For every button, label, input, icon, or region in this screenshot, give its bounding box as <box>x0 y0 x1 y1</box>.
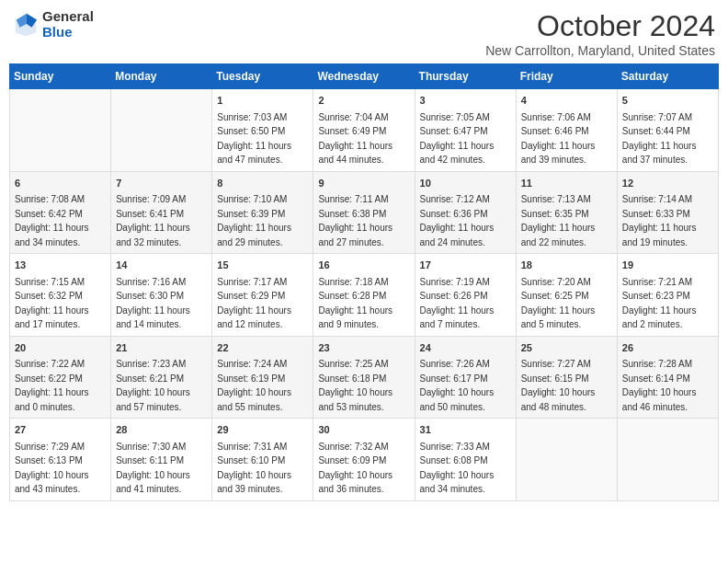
calendar-cell <box>111 89 212 172</box>
day-of-week-header: Monday <box>111 64 212 89</box>
cell-content: Sunrise: 7:28 AMSunset: 6:14 PMDaylight:… <box>622 357 713 414</box>
cell-content: Sunrise: 7:32 AMSunset: 6:09 PMDaylight:… <box>318 440 409 497</box>
day-number: 9 <box>318 176 409 191</box>
day-number: 24 <box>420 340 511 356</box>
location: New Carrollton, Maryland, United States <box>485 43 715 58</box>
day-number: 31 <box>420 422 511 438</box>
day-number: 14 <box>116 258 207 273</box>
cell-content: Sunrise: 7:20 AMSunset: 6:25 PMDaylight:… <box>521 275 612 332</box>
cell-content: Sunrise: 7:21 AMSunset: 6:23 PMDaylight:… <box>622 275 713 332</box>
day-number: 20 <box>15 340 106 356</box>
cell-content: Sunrise: 7:31 AMSunset: 6:10 PMDaylight:… <box>217 440 308 497</box>
calendar-cell: 30Sunrise: 7:32 AMSunset: 6:09 PMDayligh… <box>313 419 415 501</box>
day-number: 4 <box>521 93 612 109</box>
day-number: 1 <box>217 93 308 109</box>
day-of-week-header: Tuesday <box>212 64 313 89</box>
day-of-week-header: Friday <box>516 64 617 89</box>
calendar-cell: 31Sunrise: 7:33 AMSunset: 6:08 PMDayligh… <box>415 419 516 501</box>
calendar-cell: 11Sunrise: 7:13 AMSunset: 6:35 PMDayligh… <box>516 171 617 254</box>
calendar-cell: 7Sunrise: 7:09 AMSunset: 6:41 PMDaylight… <box>111 171 212 254</box>
calendar-cell: 23Sunrise: 7:25 AMSunset: 6:18 PMDayligh… <box>313 336 415 419</box>
day-number: 2 <box>318 93 409 109</box>
calendar-cell: 17Sunrise: 7:19 AMSunset: 6:26 PMDayligh… <box>415 254 516 337</box>
cell-content: Sunrise: 7:10 AMSunset: 6:39 PMDaylight:… <box>217 192 308 249</box>
day-number: 15 <box>217 258 308 273</box>
calendar-cell: 26Sunrise: 7:28 AMSunset: 6:14 PMDayligh… <box>617 336 718 419</box>
day-number: 5 <box>622 93 713 109</box>
calendar-cell <box>617 419 718 501</box>
cell-content: Sunrise: 7:22 AMSunset: 6:22 PMDaylight:… <box>15 357 106 414</box>
day-number: 7 <box>116 176 207 191</box>
cell-content: Sunrise: 7:19 AMSunset: 6:26 PMDaylight:… <box>420 275 511 332</box>
day-number: 25 <box>521 340 612 356</box>
cell-content: Sunrise: 7:04 AMSunset: 6:49 PMDaylight:… <box>318 110 409 167</box>
cell-content: Sunrise: 7:12 AMSunset: 6:36 PMDaylight:… <box>420 192 511 249</box>
calendar-cell: 22Sunrise: 7:24 AMSunset: 6:19 PMDayligh… <box>212 336 313 419</box>
month-title: October 2024 <box>485 9 715 43</box>
logo-blue: Blue <box>42 25 94 40</box>
calendar-header-row: SundayMondayTuesdayWednesdayThursdayFrid… <box>10 64 719 89</box>
calendar-cell: 24Sunrise: 7:26 AMSunset: 6:17 PMDayligh… <box>415 336 516 419</box>
day-number: 16 <box>318 258 409 273</box>
day-number: 26 <box>622 340 713 356</box>
day-number: 18 <box>521 258 612 273</box>
calendar-cell: 12Sunrise: 7:14 AMSunset: 6:33 PMDayligh… <box>617 171 718 254</box>
logo: General Blue <box>13 9 94 40</box>
day-number: 6 <box>15 176 106 191</box>
cell-content: Sunrise: 7:29 AMSunset: 6:13 PMDaylight:… <box>15 440 106 497</box>
cell-content: Sunrise: 7:25 AMSunset: 6:18 PMDaylight:… <box>318 357 409 414</box>
day-number: 29 <box>217 422 308 438</box>
calendar-cell: 10Sunrise: 7:12 AMSunset: 6:36 PMDayligh… <box>415 171 516 254</box>
calendar-cell: 19Sunrise: 7:21 AMSunset: 6:23 PMDayligh… <box>617 254 718 337</box>
cell-content: Sunrise: 7:18 AMSunset: 6:28 PMDaylight:… <box>318 275 409 332</box>
calendar-week-row: 20Sunrise: 7:22 AMSunset: 6:22 PMDayligh… <box>10 336 719 419</box>
cell-content: Sunrise: 7:27 AMSunset: 6:15 PMDaylight:… <box>521 357 612 414</box>
calendar-cell: 3Sunrise: 7:05 AMSunset: 6:47 PMDaylight… <box>415 89 516 172</box>
day-number: 3 <box>420 93 511 109</box>
day-number: 8 <box>217 176 308 191</box>
cell-content: Sunrise: 7:23 AMSunset: 6:21 PMDaylight:… <box>116 357 207 414</box>
page-header: General Blue October 2024 New Carrollton… <box>9 9 719 58</box>
day-of-week-header: Sunday <box>10 64 111 89</box>
cell-content: Sunrise: 7:13 AMSunset: 6:35 PMDaylight:… <box>521 192 612 249</box>
cell-content: Sunrise: 7:26 AMSunset: 6:17 PMDaylight:… <box>420 357 511 414</box>
calendar-cell: 1Sunrise: 7:03 AMSunset: 6:50 PMDaylight… <box>212 89 313 172</box>
calendar-week-row: 6Sunrise: 7:08 AMSunset: 6:42 PMDaylight… <box>10 171 719 254</box>
calendar-cell: 25Sunrise: 7:27 AMSunset: 6:15 PMDayligh… <box>516 336 617 419</box>
cell-content: Sunrise: 7:11 AMSunset: 6:38 PMDaylight:… <box>318 192 409 249</box>
cell-content: Sunrise: 7:24 AMSunset: 6:19 PMDaylight:… <box>217 357 308 414</box>
calendar-cell: 21Sunrise: 7:23 AMSunset: 6:21 PMDayligh… <box>111 336 212 419</box>
day-number: 28 <box>116 422 207 438</box>
calendar-cell: 29Sunrise: 7:31 AMSunset: 6:10 PMDayligh… <box>212 419 313 501</box>
calendar-cell: 14Sunrise: 7:16 AMSunset: 6:30 PMDayligh… <box>111 254 212 337</box>
calendar-week-row: 27Sunrise: 7:29 AMSunset: 6:13 PMDayligh… <box>10 419 719 501</box>
cell-content: Sunrise: 7:09 AMSunset: 6:41 PMDaylight:… <box>116 192 207 249</box>
day-of-week-header: Thursday <box>415 64 516 89</box>
day-number: 13 <box>15 258 106 273</box>
calendar-cell: 5Sunrise: 7:07 AMSunset: 6:44 PMDaylight… <box>617 89 718 172</box>
day-number: 17 <box>420 258 511 273</box>
day-number: 22 <box>217 340 308 356</box>
calendar-cell: 27Sunrise: 7:29 AMSunset: 6:13 PMDayligh… <box>10 419 111 501</box>
calendar-cell: 2Sunrise: 7:04 AMSunset: 6:49 PMDaylight… <box>313 89 415 172</box>
day-number: 12 <box>622 176 713 191</box>
logo-text: General Blue <box>42 9 94 40</box>
calendar-table: SundayMondayTuesdayWednesdayThursdayFrid… <box>9 63 719 501</box>
calendar-cell: 18Sunrise: 7:20 AMSunset: 6:25 PMDayligh… <box>516 254 617 337</box>
calendar-cell: 16Sunrise: 7:18 AMSunset: 6:28 PMDayligh… <box>313 254 415 337</box>
cell-content: Sunrise: 7:33 AMSunset: 6:08 PMDaylight:… <box>420 440 511 497</box>
day-number: 27 <box>15 422 106 438</box>
day-number: 23 <box>318 340 409 356</box>
calendar-cell: 13Sunrise: 7:15 AMSunset: 6:32 PMDayligh… <box>10 254 111 337</box>
calendar-cell: 28Sunrise: 7:30 AMSunset: 6:11 PMDayligh… <box>111 419 212 501</box>
cell-content: Sunrise: 7:30 AMSunset: 6:11 PMDaylight:… <box>116 440 207 497</box>
day-number: 30 <box>318 422 409 438</box>
logo-general: General <box>42 9 94 25</box>
calendar-cell <box>516 419 617 501</box>
cell-content: Sunrise: 7:15 AMSunset: 6:32 PMDaylight:… <box>15 275 106 332</box>
title-block: October 2024 New Carrollton, Maryland, U… <box>485 9 715 58</box>
calendar-cell: 9Sunrise: 7:11 AMSunset: 6:38 PMDaylight… <box>313 171 415 254</box>
logo-icon <box>13 12 39 38</box>
cell-content: Sunrise: 7:14 AMSunset: 6:33 PMDaylight:… <box>622 192 713 249</box>
day-of-week-header: Wednesday <box>313 64 415 89</box>
